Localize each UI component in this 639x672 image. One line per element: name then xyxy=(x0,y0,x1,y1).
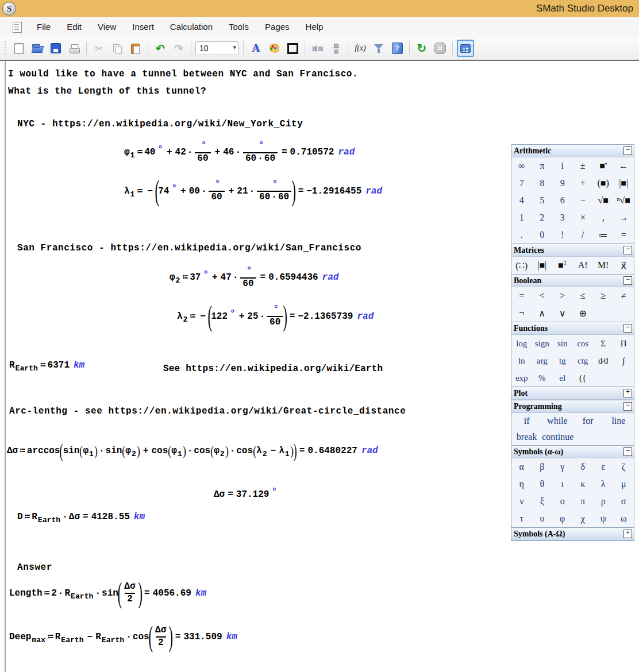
equation-max-depth[interactable]: Deepmax≔REarth−REarth·cos(Δσ2)=331.509km xyxy=(9,625,237,649)
collapse-toggle-icon[interactable]: − xyxy=(623,276,632,285)
menu-insert[interactable]: Insert xyxy=(124,17,162,37)
palette-symbol-|■|[interactable]: |■| xyxy=(532,260,552,271)
palette-symbol-ξ[interactable]: ξ xyxy=(532,496,552,507)
palette-symbol-.[interactable]: . xyxy=(511,230,532,240)
palette-symbol-−[interactable]: − xyxy=(572,195,592,206)
collapse-toggle-icon[interactable]: − xyxy=(623,324,632,333)
palette-symbol-ε[interactable]: ε xyxy=(593,462,613,472)
text-nyc-link[interactable]: NYC - https://en.wikipedia.org/wiki/New_… xyxy=(17,119,303,129)
menu-calculation[interactable]: Calculation xyxy=(162,17,221,37)
palette-symbol-8[interactable]: 8 xyxy=(532,178,552,188)
palette-symbol-x⃗[interactable]: x⃗ xyxy=(613,260,633,271)
palette-symbol-=[interactable]: = xyxy=(511,291,532,301)
border-button[interactable] xyxy=(284,40,301,56)
palette-symbol-τ[interactable]: τ xyxy=(511,513,532,524)
palette-symbol-ι[interactable]: ι xyxy=(552,479,572,489)
palette-symbol-×[interactable]: × xyxy=(572,213,592,223)
palette-symbol-(■)[interactable]: (■) xyxy=(593,178,613,188)
palette-symbol-%[interactable]: % xyxy=(532,373,552,383)
palette-symbol-M![interactable]: M! xyxy=(593,260,613,271)
text-earth-link[interactable]: See https://en.wikipedia.org/wiki/Earth xyxy=(163,364,383,374)
palette-symbol-π[interactable]: π xyxy=(532,161,552,171)
palette-symbol->[interactable]: > xyxy=(552,291,572,301)
palette-symbol-for[interactable]: for xyxy=(573,416,603,426)
save-button[interactable] xyxy=(48,40,64,56)
palette-symbol-■[interactable]: ■▪ xyxy=(593,160,613,171)
palette-symbol-![interactable]: ! xyxy=(552,230,572,240)
palette-symbol-sin[interactable]: sin xyxy=(552,339,572,349)
menu-edit[interactable]: Edit xyxy=(59,17,90,37)
new-button[interactable] xyxy=(11,40,27,56)
palette-symbol-(∷)[interactable]: (∷) xyxy=(511,260,532,271)
palette-symbol-≔[interactable]: ≔ xyxy=(593,230,613,241)
palette-symbol-■[interactable]: ■T xyxy=(552,260,572,271)
palette-symbol-continue[interactable]: continue xyxy=(542,432,573,442)
equation-delta-sigma[interactable]: Δσ≔arccos(sin(φ1)·sin(φ2)+cos(φ1)·cos(φ2… xyxy=(7,442,378,459)
palette-symbol-/[interactable]: / xyxy=(572,230,592,240)
panel-toggle-button[interactable] xyxy=(457,40,474,57)
palette-header-arithmetic[interactable]: Arithmetic− xyxy=(511,145,634,157)
palette-symbol-0[interactable]: 0 xyxy=(532,230,552,240)
palette-symbol-6[interactable]: 6 xyxy=(552,195,572,206)
equation-phi2[interactable]: φ2≔37°+47·°60=0.6594436rad xyxy=(170,267,338,289)
palette-symbol-log[interactable]: log xyxy=(511,339,532,349)
palette-symbol-∞[interactable]: ∞ xyxy=(511,161,532,171)
font-button[interactable]: A xyxy=(248,40,264,56)
palette-symbol-1[interactable]: 1 xyxy=(511,213,532,223)
paste-button[interactable] xyxy=(128,40,144,56)
palette-symbol-if[interactable]: if xyxy=(511,416,542,426)
font-size-button[interactable]: 10 xyxy=(195,41,239,55)
menu-file[interactable]: File xyxy=(29,17,59,37)
collapse-toggle-icon[interactable]: − xyxy=(623,246,632,254)
palette-symbol-2[interactable]: 2 xyxy=(532,213,552,223)
menu-tools[interactable]: Tools xyxy=(221,17,257,37)
palette-symbol-while[interactable]: while xyxy=(542,416,572,426)
collapse-toggle-icon[interactable]: − xyxy=(623,146,632,155)
print-button[interactable] xyxy=(66,40,82,56)
copy-button[interactable] xyxy=(109,40,125,56)
palette-symbol-ζ[interactable]: ζ xyxy=(613,462,633,472)
menu-pages[interactable]: Pages xyxy=(257,17,298,37)
equation-arc-distance[interactable]: D≔REarth·Δσ=4128.55km xyxy=(17,512,145,522)
text-answer-label[interactable]: Answer xyxy=(17,562,52,573)
equation-lambda2[interactable]: λ2≔−(122°+25·°60)=−2.1365739rad xyxy=(177,304,374,329)
palette-symbol-γ[interactable]: γ xyxy=(552,462,572,472)
palette-symbol-ω[interactable]: ω xyxy=(613,513,633,524)
text-intro-line2[interactable]: What is the Length of this tunnel? xyxy=(8,86,206,96)
menu-help[interactable]: Help xyxy=(298,17,332,37)
text-sf-link[interactable]: San Francisco - https://en.wikipedia.org… xyxy=(17,243,361,253)
palette-symbol-Σ[interactable]: Σ xyxy=(593,339,613,349)
palette-symbol-cos[interactable]: cos xyxy=(572,339,592,349)
undo-button[interactable]: ↶ xyxy=(152,40,168,56)
palette-symbol-+[interactable]: + xyxy=(572,178,592,188)
palette-symbol-η[interactable]: η xyxy=(511,479,532,489)
function-button[interactable]: f(x) xyxy=(352,40,368,56)
worksheet-canvas[interactable]: I would like to have a tunnel between NY… xyxy=(0,61,639,672)
palette-header-symbols[interactable]: Symbols (α-ω)− xyxy=(511,446,634,458)
palette-symbol-σ[interactable]: σ xyxy=(613,496,633,507)
palette-symbol-≥[interactable]: ≥ xyxy=(593,291,613,301)
palette-symbol-sign[interactable]: sign xyxy=(532,339,552,349)
palette-symbol-Π[interactable]: Π xyxy=(613,339,633,349)
palette-symbol-±[interactable]: ± xyxy=(572,161,592,171)
collapse-toggle-icon[interactable]: − xyxy=(623,402,632,411)
palette-symbol-∧[interactable]: ∧ xyxy=(532,308,552,319)
palette-header-matrices[interactable]: Matrices− xyxy=(511,244,634,257)
palette-symbol-A![interactable]: A! xyxy=(572,260,592,271)
palette-symbol-λ[interactable]: λ xyxy=(593,479,613,489)
palette-symbol-arg[interactable]: arg xyxy=(532,356,552,366)
equation-lambda1[interactable]: λ1≔−(74°+00·°60+21·°60·60)=−1.2916455rad xyxy=(124,179,382,203)
palette-symbol-ln[interactable]: ln xyxy=(511,356,532,366)
palette-symbol-d∕d[interactable]: d∕d xyxy=(593,356,613,366)
menu-view[interactable]: View xyxy=(90,17,124,37)
palette-header-functions[interactable]: Functions− xyxy=(511,322,634,335)
palette-symbol-<[interactable]: < xyxy=(532,291,552,301)
palette-symbol-υ[interactable]: υ xyxy=(532,513,552,524)
palette-symbol-μ[interactable]: μ xyxy=(613,479,633,489)
toolbar-grip[interactable] xyxy=(3,41,6,55)
palette-symbol-ⁿ√■[interactable]: ⁿ√■ xyxy=(613,195,633,206)
collapse-toggle-icon[interactable]: − xyxy=(623,447,632,456)
expand-toggle-icon[interactable]: + xyxy=(623,530,632,538)
palette-symbol-←[interactable]: ← xyxy=(613,161,633,171)
palette-symbol-({[interactable]: ({ xyxy=(572,373,592,383)
